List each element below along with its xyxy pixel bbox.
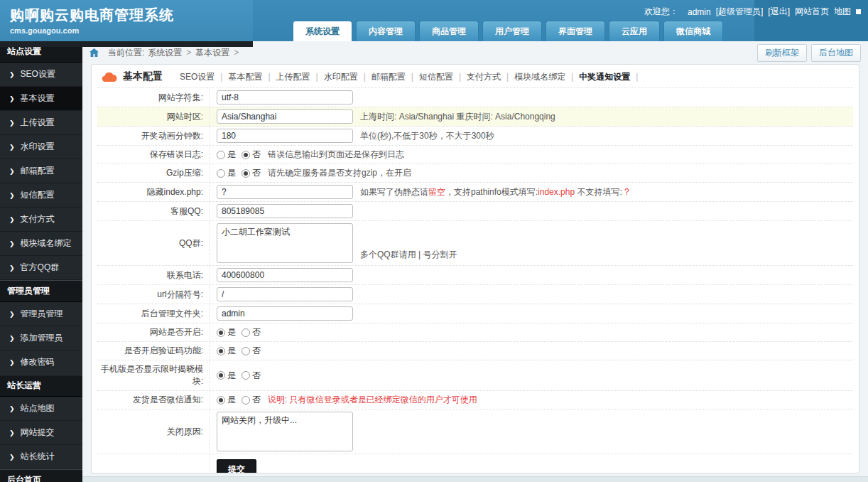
field-label: 是否开启验证码功能:	[97, 342, 210, 360]
form-row: 是否开启验证码功能:是否	[97, 342, 853, 360]
radio-yes[interactable]: 是	[217, 149, 236, 161]
radio-dot-icon	[242, 328, 250, 337]
field-hint: 上海时间: Asia/Shanghai 重庆时间: Asia/Chongqing	[360, 111, 555, 123]
site-home-link[interactable]: 网站首页	[795, 6, 829, 18]
panel-tab[interactable]: 邮箱配置	[366, 71, 411, 83]
form-row: 后台管理文件夹:	[97, 304, 853, 323]
phone-input[interactable]	[217, 268, 353, 282]
admin-map-button[interactable]: 后台地图	[811, 44, 861, 62]
form-row: 网站字符集:	[97, 88, 853, 107]
radio-yes[interactable]: 是	[217, 326, 236, 338]
radio-no[interactable]: 否	[242, 167, 261, 179]
form-row: 隐藏index.php:如果写了伪静态请留空，支持pathinfo模式填写:in…	[97, 183, 853, 202]
submit-button[interactable]: 提交	[217, 459, 256, 473]
cloud-icon	[102, 73, 117, 82]
sidebar-item[interactable]: ❯站长统计	[0, 445, 82, 469]
nav-tab[interactable]: 系统设置	[293, 21, 352, 41]
panel-tab[interactable]: SEO设置	[174, 71, 220, 83]
sidebar-item[interactable]: ❯网站提交	[0, 421, 82, 445]
square-icon	[856, 9, 861, 14]
nav-tab[interactable]: 内容管理	[356, 21, 416, 41]
footer-strip	[82, 476, 868, 482]
breadcrumb-item[interactable]: 系统设置	[148, 47, 182, 59]
sidebar-item[interactable]: ❯添加管理员	[0, 326, 82, 350]
radio-no[interactable]: 否	[242, 394, 261, 406]
timezone-input[interactable]	[217, 109, 353, 124]
sidebar-item[interactable]: ❯支付方式	[0, 208, 82, 232]
hide-indexphp-input[interactable]	[217, 185, 353, 199]
field-hint: 多个QQ群请用 | 号分割开	[360, 249, 457, 261]
sidebar-item[interactable]: ❯SEO设置	[0, 63, 82, 87]
service-qq-input[interactable]	[217, 204, 353, 218]
chevron-right-icon: ❯	[9, 429, 15, 437]
panel-tab[interactable]: 支付方式	[461, 71, 506, 83]
radio-no[interactable]: 否	[242, 326, 261, 338]
refresh-frame-button[interactable]: 刷新框架	[757, 44, 807, 62]
field-area: 是否	[210, 360, 853, 390]
panel-header: 基本配置 SEO设置|基本配置|上传配置|水印配置|邮箱配置|短信配置|支付方式…	[92, 65, 859, 87]
field-label: 网站是否开启:	[97, 323, 210, 341]
chevron-right-icon: ❯	[9, 311, 15, 318]
url-separator-input[interactable]	[217, 287, 353, 301]
breadcrumb-item[interactable]: 基本设置	[195, 47, 229, 59]
panel-tab[interactable]: 中奖通知设置	[573, 71, 636, 83]
panel-tab[interactable]: 模块域名绑定	[509, 71, 571, 83]
sidebar-group-header[interactable]: 后台首页	[0, 469, 82, 482]
sidebar-item[interactable]: ❯官方QQ群	[0, 256, 82, 280]
radio-yes[interactable]: 是	[217, 394, 236, 406]
sidebar-item-label: 水印设置	[21, 141, 55, 153]
radio-no[interactable]: 否	[242, 345, 261, 357]
close-reason-textarea[interactable]: 网站关闭，升级中...	[217, 412, 353, 451]
charset-input[interactable]	[217, 90, 353, 105]
panel-tab-separator: |	[636, 72, 638, 82]
breadcrumb-prefix: 当前位置:	[108, 47, 144, 59]
sidebar-item[interactable]: ❯邮箱配置	[0, 159, 82, 183]
wechat-notify-radio: 是否	[217, 394, 261, 406]
nav-tab[interactable]: 界面管理	[546, 21, 605, 41]
field-label: 网站时区:	[97, 107, 210, 126]
panel-tab[interactable]: 短信配置	[413, 71, 459, 83]
sidebar-item[interactable]: ❯基本设置	[0, 87, 82, 111]
sidebar-item-label: 站长统计	[21, 451, 55, 463]
sidebar-item[interactable]: ❯水印设置	[0, 135, 82, 159]
settings-form: 网站字符集:网站时区:上海时间: Asia/Shanghai 重庆时间: Asi…	[97, 87, 853, 473]
sidebar-group-header[interactable]: 站长运营	[0, 375, 82, 397]
panel-tab[interactable]: 基本配置	[222, 71, 268, 83]
qq-group-textarea[interactable]: 小二胡工作室测试	[217, 223, 353, 263]
form-row: 手机版是否显示限时揭晓模块:是否	[97, 360, 853, 391]
panel-tab[interactable]: 上传配置	[271, 71, 316, 83]
chevron-right-icon: ❯	[9, 216, 15, 223]
radio-dot-icon	[242, 371, 250, 380]
user-role: [超级管理员]	[716, 6, 764, 18]
sidebar-item[interactable]: ❯上传设置	[0, 111, 82, 135]
chevron-right-icon: ❯	[9, 240, 15, 247]
sidebar-item[interactable]: ❯站点地图	[0, 397, 82, 421]
nav-tab[interactable]: 商品管理	[419, 21, 479, 41]
admin-folder-input[interactable]	[217, 306, 353, 321]
field-area: 是否	[210, 342, 853, 360]
form-row: 保存错误日志:是否错误信息输出到页面还是保存到日志	[97, 146, 853, 164]
radio-yes[interactable]: 是	[217, 167, 236, 179]
sidebar-item-label: 修改密码	[21, 356, 55, 368]
sidebar-group-header[interactable]: 管理员管理	[0, 280, 82, 302]
sidebar-item[interactable]: ❯短信配置	[0, 183, 82, 208]
sidebar-item[interactable]: ❯修改密码	[0, 350, 82, 375]
sitemap-link[interactable]: 地图	[834, 6, 851, 18]
lottery-minutes-input[interactable]	[217, 129, 353, 143]
chevron-right-icon: ❯	[9, 119, 15, 127]
radio-yes[interactable]: 是	[217, 370, 236, 382]
nav-tab[interactable]: 微信商城	[663, 21, 723, 41]
panel-tab[interactable]: 水印配置	[318, 71, 364, 83]
sidebar-item[interactable]: ❯管理员管理	[0, 302, 82, 326]
nav-tab[interactable]: 云应用	[609, 21, 660, 41]
sidebar-item-label: 官方QQ群	[21, 262, 60, 274]
logout-link[interactable]: [退出]	[768, 6, 790, 18]
radio-no[interactable]: 否	[242, 149, 261, 161]
field-area	[210, 304, 853, 323]
field-label: 保存错误日志:	[97, 146, 210, 164]
radio-no[interactable]: 否	[242, 370, 261, 382]
radio-yes[interactable]: 是	[217, 345, 236, 357]
nav-tab[interactable]: 用户管理	[482, 21, 542, 41]
app-root: 购啊购云购电商管理系统 cms.gouagou.com 欢迎您： admin […	[0, 0, 868, 482]
sidebar-item[interactable]: ❯模块域名绑定	[0, 232, 82, 256]
